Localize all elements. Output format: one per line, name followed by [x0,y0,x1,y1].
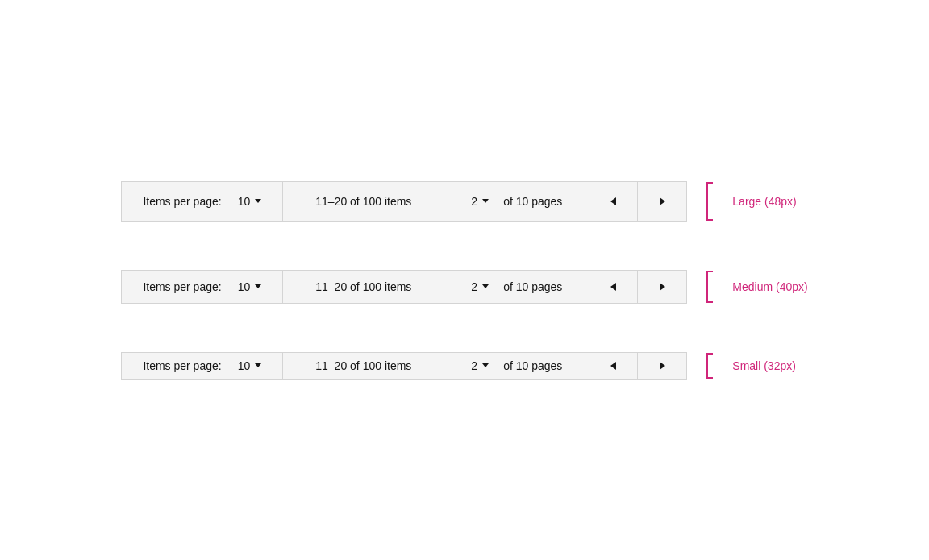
items-per-page-value-medium: 10 [238,280,251,293]
paginator-medium: Items per page: 10 11–20 of 100 items 2 … [121,270,687,304]
page-select-large[interactable]: 2 [471,195,489,208]
prev-btn-small[interactable] [589,353,638,379]
page-select-medium[interactable]: 2 [471,280,489,293]
page-suffix-small: of 10 pages [503,359,562,372]
page-chevron-large[interactable] [482,199,489,203]
item-range-small: 11–20 of 100 items [315,359,411,372]
prev-arrow-large [610,197,616,205]
bracket-bottom-medium [706,301,713,303]
paginator-row-large: Items per page: 10 11–20 of 100 items 2 … [121,181,796,222]
prev-arrow-small [610,362,616,370]
item-range-cell-large: 11–20 of 100 items [283,182,444,221]
page-content: Items per page: 10 11–20 of 100 items 2 … [56,149,872,412]
page-value-large: 2 [471,195,477,208]
item-range-cell-medium: 11–20 of 100 items [283,271,444,303]
next-btn-medium[interactable] [638,271,686,303]
size-indicator-small: Small (32px) [703,353,796,379]
prev-arrow-medium [610,283,616,291]
size-indicator-large: Large (48px) [703,182,796,221]
items-per-page-cell-medium: Items per page: 10 [122,271,283,303]
bracket-middle-small [706,355,708,377]
items-per-page-select-medium[interactable]: 10 [238,280,262,293]
items-per-page-value-small: 10 [238,359,251,372]
page-suffix-large: of 10 pages [503,195,562,208]
items-per-page-select-large[interactable]: 10 [238,195,262,208]
item-range-medium: 11–20 of 100 items [315,280,411,293]
page-value-small: 2 [471,359,477,372]
paginator-row-small: Items per page: 10 11–20 of 100 items 2 … [121,352,796,380]
items-per-page-value-large: 10 [238,195,251,208]
bracket-small [706,353,713,379]
items-per-page-chevron-medium[interactable] [255,284,261,288]
page-suffix-medium: of 10 pages [503,280,562,293]
item-range-large: 11–20 of 100 items [315,195,411,208]
bracket-large [706,182,713,221]
items-per-page-label-large: Items per page: [143,195,221,208]
size-label-medium: Medium (40px) [732,280,807,293]
items-per-page-cell-small: Items per page: 10 [122,353,283,379]
items-per-page-select-small[interactable]: 10 [238,359,262,372]
items-per-page-chevron-small[interactable] [255,363,261,367]
paginator-large: Items per page: 10 11–20 of 100 items 2 … [121,181,687,222]
next-arrow-small [660,362,665,370]
page-value-medium: 2 [471,280,477,293]
size-indicator-medium: Medium (40px) [703,271,807,303]
next-arrow-large [660,197,665,205]
bracket-medium [706,271,713,303]
items-per-page-chevron-large[interactable] [255,199,261,203]
prev-btn-medium[interactable] [589,271,638,303]
items-per-page-cell-large: Items per page: 10 [122,182,283,221]
page-select-small[interactable]: 2 [471,359,489,372]
prev-btn-large[interactable] [589,182,638,221]
next-btn-small[interactable] [638,353,686,379]
bracket-middle-medium [706,272,708,301]
bracket-bottom-small [706,377,713,379]
size-label-large: Large (48px) [732,195,796,208]
page-select-cell-small: 2 of 10 pages [444,353,589,379]
next-arrow-medium [660,283,665,291]
page-select-cell-large: 2 of 10 pages [444,182,589,221]
paginator-small: Items per page: 10 11–20 of 100 items 2 … [121,352,687,380]
item-range-cell-small: 11–20 of 100 items [283,353,444,379]
page-chevron-small[interactable] [482,363,489,367]
bracket-bottom-large [706,219,713,221]
page-chevron-medium[interactable] [482,284,489,288]
size-label-small: Small (32px) [732,359,796,372]
paginator-row-medium: Items per page: 10 11–20 of 100 items 2 … [121,270,807,304]
items-per-page-label-medium: Items per page: [143,280,221,293]
bracket-middle-large [706,184,708,219]
page-select-cell-medium: 2 of 10 pages [444,271,589,303]
items-per-page-label-small: Items per page: [143,359,221,372]
next-btn-large[interactable] [638,182,686,221]
